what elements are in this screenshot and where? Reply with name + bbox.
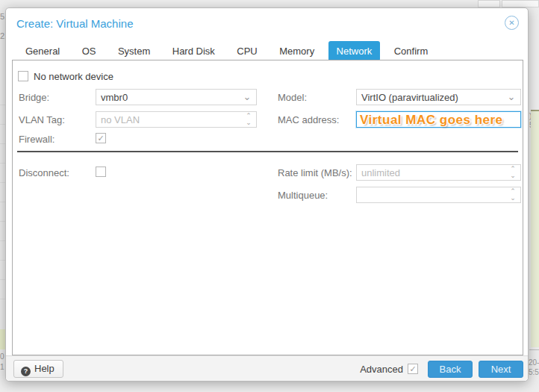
network-form-panel: No network device Bridge: ⌄ VLAN Tag: ⌃⌄… [12,60,523,355]
spinner-down-icon[interactable]: ⌄ [510,172,516,179]
background-gridline [0,163,5,164]
firewall-label: Firewall: [19,134,54,145]
advanced-section-divider [17,151,518,152]
tab-cpu[interactable]: CPU [228,41,265,61]
disconnect-label: Disconnect: [19,167,69,178]
no-network-device-checkbox[interactable] [18,71,28,81]
background-fragment: 0 [0,352,4,361]
tab-confirm[interactable]: Confirm [386,41,437,61]
check-icon: ✓ [408,364,417,373]
mac-annotation-text: Virtual MAC goes here [357,112,520,128]
help-button[interactable]: ?Help [13,360,63,378]
multiqueue-spinner[interactable]: ⌃⌄ [356,187,521,203]
background-fragment: 20- [529,358,539,367]
background-grid-cell [478,0,500,7]
tab-memory[interactable]: Memory [271,41,323,61]
tab-system[interactable]: System [110,41,158,61]
bridge-combo[interactable]: ⌄ [96,89,257,105]
spinner-down-icon[interactable]: ⌄ [510,195,516,202]
background-gridline [0,105,5,105]
background-gridline [0,221,5,222]
spinner-arrows-icon[interactable]: ⌃⌄ [508,166,518,180]
close-icon[interactable]: ✕ [505,16,519,30]
background-gridline [0,279,5,280]
no-network-device-label: No network device [34,71,113,82]
mac-address-label: MAC address: [278,114,339,125]
vlan-tag-input[interactable] [96,112,256,127]
next-button[interactable]: Next [479,361,523,378]
background-chart-fragment [531,110,539,347]
wizard-tab-bar: General OS System Hard Disk CPU Memory N… [17,41,519,62]
background-gridline [0,182,5,183]
background-gridline [529,349,539,350]
background-gridline [0,124,5,125]
disconnect-checkbox[interactable] [96,167,106,177]
model-label: Model: [278,92,307,103]
multiqueue-label: Multiqueue: [278,190,328,201]
spinner-arrows-icon[interactable]: ⌃⌄ [508,188,518,202]
background-gridline [0,260,5,261]
background-gridline [0,143,5,144]
dialog-title-bar: Create: Virtual Machine ✕ [16,16,519,34]
chevron-down-icon[interactable]: ⌄ [505,90,517,105]
bridge-label: Bridge: [19,92,49,103]
rate-limit-spinner[interactable]: ⌃⌄ [356,164,521,181]
rate-limit-label: Rate limit (MB/s): [278,167,352,178]
spinner-down-icon[interactable]: ⌄ [246,119,252,126]
check-icon: ✓ [96,134,105,143]
tab-os[interactable]: OS [74,41,105,61]
background-gridline [0,240,5,241]
background-chart-fragment [0,329,5,349]
help-label: Help [34,363,54,374]
background-fragment: 5:5 [529,368,539,376]
advanced-checkbox[interactable]: ✓ [408,364,418,374]
multiqueue-input[interactable] [357,187,520,202]
advanced-label: Advanced [360,364,403,375]
model-combo[interactable]: ⌄ [356,89,521,105]
firewall-checkbox[interactable]: ✓ [96,133,106,143]
background-grid-cell [502,0,539,7]
dialog-title: Create: Virtual Machine [16,17,133,30]
bridge-input[interactable] [96,90,256,105]
footer-actions: Advanced ✓ Back Next [360,360,523,378]
rate-limit-input[interactable] [357,165,520,180]
background-gridline [0,299,5,299]
create-vm-dialog: Create: Virtual Machine ✕ General OS Sys… [5,7,529,382]
background-fragment: 1 [0,363,4,371]
tab-network[interactable]: Network [328,41,381,61]
back-button[interactable]: Back [428,361,473,378]
help-icon: ? [21,367,31,376]
model-input[interactable] [357,90,520,105]
dialog-footer: ?Help Advanced ✓ Back Next [6,355,528,381]
tab-general[interactable]: General [17,41,68,61]
mac-address-input[interactable]: Virtual MAC goes here [356,111,521,128]
spinner-arrows-icon[interactable]: ⌃⌄ [243,113,254,127]
background-gridline [0,202,5,202]
vlan-tag-label: VLAN Tag: [19,114,65,125]
vlan-tag-spinner[interactable]: ⌃⌄ [96,111,257,128]
tab-hard-disk[interactable]: Hard Disk [164,41,223,61]
chevron-down-icon[interactable]: ⌄ [241,90,253,105]
